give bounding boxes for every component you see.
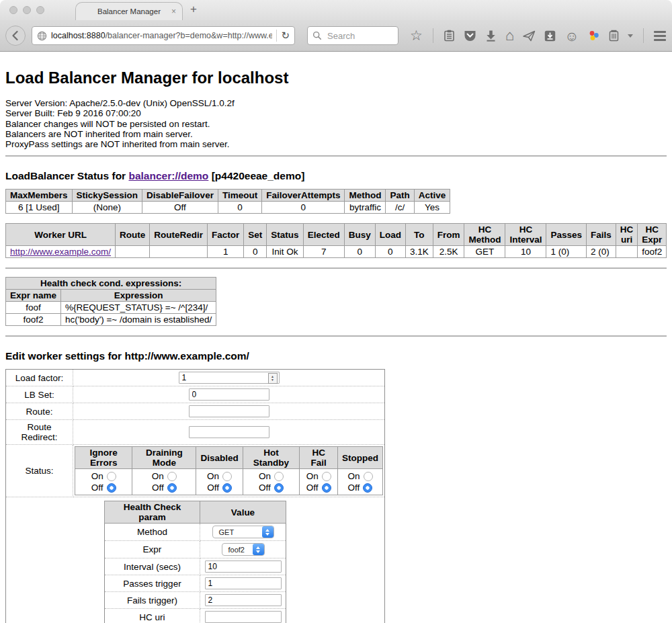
column-header: Busy — [344, 224, 375, 246]
divider — [5, 267, 667, 269]
cell-hc-method: GET — [464, 246, 505, 258]
table-header-row: Worker URL Route RouteRedir Factor Set S… — [6, 224, 667, 246]
server-version-line: Server Version: Apache/2.5.0-dev (Unix) … — [5, 98, 667, 108]
hot-standby-on-radio[interactable] — [274, 472, 284, 481]
form-row-status: Status: Ignore Errors Draining Mode Disa… — [6, 445, 385, 497]
cell-stickysession: (None) — [72, 202, 142, 214]
ignore-errors-off-radio[interactable] — [107, 483, 116, 493]
cell-passes: 1 (0) — [546, 246, 587, 258]
bookmark-star-icon[interactable]: ☆ — [410, 30, 423, 42]
colored-dots-icon[interactable] — [588, 30, 600, 42]
inherit-notice-line: Balancers are NOT inherited from main se… — [5, 129, 667, 139]
worker-url-link[interactable]: http://www.example.com/ — [10, 247, 111, 257]
balancer-demo-link[interactable]: balancer://demo — [128, 170, 208, 181]
column-header: Path — [386, 190, 414, 202]
tab-close-icon[interactable]: × — [171, 7, 176, 16]
server-built-line: Server Built: Feb 9 2016 07:00:20 — [5, 108, 667, 118]
home-icon[interactable]: ⌂ — [505, 29, 514, 42]
url-text: localhost:8880/balancer-manager?b=demo&w… — [51, 31, 272, 40]
method-select[interactable]: GET — [212, 526, 274, 538]
downloads-icon[interactable] — [485, 30, 497, 42]
pocket-icon[interactable] — [464, 30, 476, 42]
window-zoom-button[interactable] — [36, 6, 44, 14]
overflow-caret-icon[interactable] — [628, 34, 633, 38]
expr-select[interactable]: foof2 — [222, 543, 265, 556]
hc-uri-input[interactable] — [205, 611, 282, 623]
radio-on-label: On — [207, 470, 219, 482]
hc-row-interval: Interval (secs) — [105, 558, 286, 575]
column-header: Route — [116, 224, 150, 246]
route-input[interactable] — [189, 405, 269, 417]
balancer-status-table: MaxMembers StickySession DisableFailover… — [5, 189, 450, 214]
share-icon[interactable] — [523, 30, 536, 42]
menu-icon[interactable] — [654, 31, 666, 41]
stopped-off-radio[interactable] — [363, 483, 372, 493]
table-row: 6 [1 Used] (None) Off 0 0 bytraffic /c/ … — [6, 202, 450, 214]
passes-input[interactable] — [205, 577, 282, 589]
table-header-row: MaxMembers StickySession DisableFailover… — [6, 190, 450, 202]
cell-factor: 1 — [208, 246, 244, 258]
url-path: /balancer-manager?b=demo&w=http://www.ex… — [106, 31, 273, 40]
lb-set-label: LB Set: — [6, 386, 73, 403]
cell-routeredir — [150, 246, 208, 258]
heading-prefix: LoadBalancer Status for — [5, 170, 128, 181]
hc-fail-on-radio[interactable] — [322, 472, 331, 481]
tab-balancer-manager[interactable]: Balancer Manager × — [75, 2, 183, 20]
hc-fail-off-radio[interactable] — [322, 483, 331, 493]
hot-standby-off-radio[interactable] — [274, 483, 284, 493]
url-bar[interactable]: localhost:8880/balancer-manager?b=demo&w… — [32, 26, 295, 45]
status-radio-row: On Off On Off On Off — [75, 469, 383, 495]
expr-selected-value: foof2 — [228, 546, 245, 554]
column-header: Status — [267, 224, 303, 246]
hc-value-header: Value — [200, 501, 286, 524]
extension-icon[interactable] — [609, 30, 619, 42]
toolbar-divider — [433, 28, 433, 43]
new-tab-button[interactable]: + — [190, 3, 197, 16]
number-stepper-icon[interactable]: ▲▼ — [268, 373, 278, 384]
persist-notice-line: Balancer changes will NOT be persisted o… — [5, 119, 667, 129]
status-cell-hot-standby: On Off — [243, 469, 300, 495]
expr-table-title: Health check cond. expressions: — [6, 278, 216, 290]
draining-mode-off-radio[interactable] — [167, 483, 177, 493]
search-input[interactable] — [326, 30, 386, 42]
load-factor-input[interactable] — [179, 372, 280, 384]
stopped-on-radio[interactable] — [364, 472, 373, 481]
column-header: Factor — [208, 224, 244, 246]
hc-header-row: Health Check param Value — [105, 501, 286, 524]
reload-icon[interactable]: ↻ — [281, 30, 290, 42]
panel-download-icon[interactable] — [544, 30, 556, 42]
status-column-header: Draining Mode — [132, 447, 196, 469]
column-header: HC Interval — [505, 224, 546, 246]
status-cell-ignore-errors: On Off — [75, 469, 132, 495]
disabled-off-radio[interactable] — [222, 483, 232, 493]
feedback-smiley-icon[interactable]: ☺ — [564, 30, 579, 42]
column-header: HC Expr — [638, 224, 667, 246]
window-minimize-button[interactable] — [23, 6, 31, 14]
column-header: RouteRedir — [150, 224, 208, 246]
table-header-row: Expr name Expression — [6, 290, 216, 302]
column-header: Expression — [61, 290, 216, 302]
worker-row: http://www.example.com/ 1 0 Init Ok 7 0 … — [6, 246, 667, 258]
route-label: Route: — [6, 403, 73, 420]
search-box[interactable] — [307, 26, 398, 45]
cell-hc-expr: foof2 — [638, 246, 667, 258]
cell-expr-name: foof — [6, 302, 61, 314]
divider — [5, 335, 667, 337]
ignore-errors-on-radio[interactable] — [107, 472, 116, 481]
disabled-on-radio[interactable] — [222, 472, 232, 481]
interval-input[interactable] — [205, 560, 282, 573]
edit-worker-form: Load factor: ▲▼ LB Set: Route: Route Red… — [5, 369, 385, 623]
draining-mode-on-radio[interactable] — [167, 472, 177, 481]
radio-off-label: Off — [207, 482, 219, 493]
reading-list-icon[interactable] — [444, 30, 455, 42]
fails-input[interactable] — [205, 594, 282, 606]
select-stepper-icon — [253, 544, 264, 555]
cell-expr-name: foof2 — [6, 314, 61, 326]
lb-set-input[interactable] — [189, 388, 269, 401]
radio-off-label: Off — [306, 482, 319, 493]
column-header: Expr name — [6, 290, 61, 302]
health-check-table: Health Check param Value Method GET Expr… — [104, 501, 286, 623]
route-redirect-input[interactable] — [189, 426, 269, 438]
window-close-button[interactable] — [9, 6, 17, 14]
back-button[interactable] — [5, 26, 26, 46]
